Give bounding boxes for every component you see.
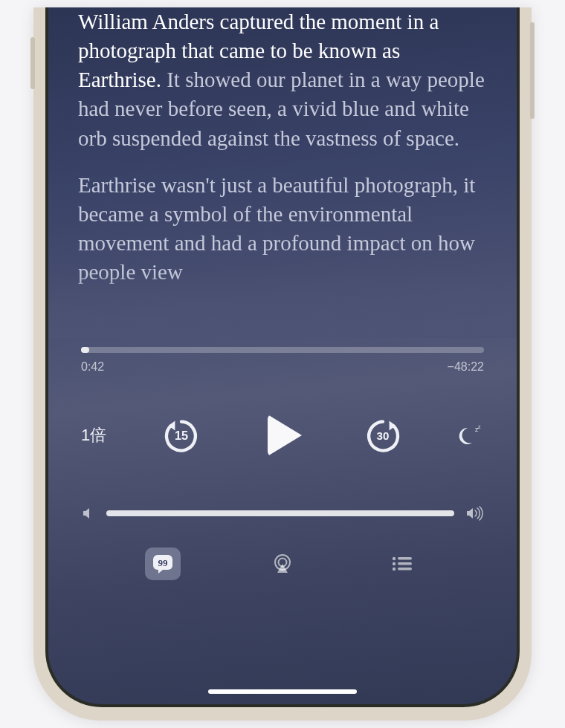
phone-bezel: William Anders captured the moment in a … xyxy=(45,7,520,707)
skip-forward-30-icon: 30 xyxy=(363,415,403,455)
svg-point-8 xyxy=(392,557,395,560)
sleep-timer-button[interactable]: z z xyxy=(457,422,484,449)
svg-point-10 xyxy=(392,562,395,565)
queue-tab-button[interactable] xyxy=(384,547,420,580)
transcript-paragraph: Earthrise wasn't just a beautiful photog… xyxy=(78,171,487,287)
transcript-paragraph: William Anders captured the moment in a … xyxy=(78,7,487,153)
transcript-tab-button[interactable]: 99 xyxy=(145,547,181,580)
remaining-time: −48:22 xyxy=(448,360,484,374)
phone-frame: William Anders captured the moment in a … xyxy=(33,7,532,721)
skip-forward-button[interactable]: 30 xyxy=(362,415,404,456)
svg-text:z: z xyxy=(478,424,481,429)
volume-slider[interactable] xyxy=(106,510,454,516)
progress-section: 0:42 −48:22 xyxy=(81,347,484,374)
skip-back-15-icon: 15 xyxy=(161,415,201,455)
side-button-right xyxy=(530,22,535,119)
moon-zzz-icon: z z xyxy=(457,422,484,449)
bottom-tab-bar: 99 xyxy=(81,547,484,580)
quote-bubble-icon: 99 xyxy=(152,553,174,574)
volume-low-icon xyxy=(81,506,96,521)
progress-scrubber[interactable] xyxy=(81,347,484,353)
svg-text:30: 30 xyxy=(376,429,389,442)
time-labels: 0:42 −48:22 xyxy=(81,360,484,374)
volume-high-icon xyxy=(465,506,484,521)
elapsed-time: 0:42 xyxy=(81,360,104,374)
playback-speed-button[interactable]: 1倍 xyxy=(81,424,106,446)
svg-rect-11 xyxy=(398,562,412,565)
home-indicator[interactable] xyxy=(208,689,357,694)
volume-section xyxy=(81,506,484,521)
skip-back-button[interactable]: 15 xyxy=(161,415,202,456)
svg-text:15: 15 xyxy=(175,429,188,442)
play-icon xyxy=(268,415,302,456)
transport-controls: 1倍 15 xyxy=(81,409,484,461)
list-icon xyxy=(391,555,413,573)
svg-rect-9 xyxy=(398,557,412,560)
progress-fill xyxy=(81,347,89,353)
svg-rect-13 xyxy=(398,568,412,571)
player-controls: 0:42 −48:22 1倍 15 xyxy=(48,338,517,704)
transcript-area[interactable]: William Anders captured the moment in a … xyxy=(48,7,517,338)
airplay-icon xyxy=(271,553,294,574)
screen: William Anders captured the moment in a … xyxy=(48,7,517,704)
side-button-left xyxy=(30,37,35,89)
airplay-tab-button[interactable] xyxy=(265,547,300,580)
play-button[interactable] xyxy=(256,409,308,461)
svg-point-12 xyxy=(392,568,395,571)
svg-text:99: 99 xyxy=(158,557,169,568)
